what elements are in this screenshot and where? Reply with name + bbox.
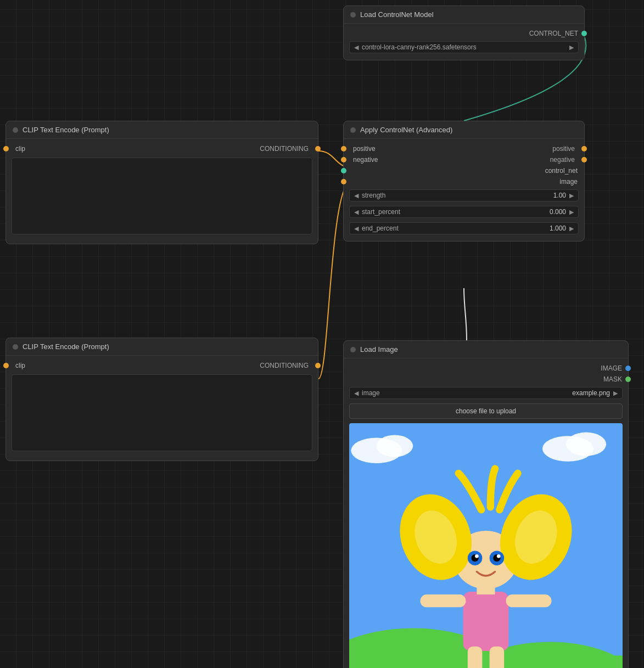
- node-clip-text-encode-top: CLIP Text Encode (Prompt) clip CONDITION…: [5, 121, 318, 244]
- node-load-controlnet-model: Load ControlNet Model CONTROL_NET ◀ cont…: [343, 5, 585, 60]
- node-status-dot: [350, 12, 356, 18]
- model-selector[interactable]: ◀ control-lora-canny-rank256.safetensors…: [349, 41, 579, 53]
- image-selector-label: image: [362, 389, 569, 397]
- model-prev-arrow[interactable]: ◀: [354, 44, 359, 51]
- node-load-image-header: Load Image: [344, 341, 628, 358]
- clip-top-output-dot: [315, 146, 321, 151]
- positive-input-label: positive: [353, 145, 376, 153]
- start-percent-value: 0.000: [550, 208, 566, 216]
- image-next-arrow[interactable]: ▶: [613, 390, 618, 397]
- image-output-label: IMAGE: [601, 364, 622, 372]
- clip-top-textarea[interactable]: [12, 158, 312, 234]
- negative-output-dot: [581, 157, 587, 162]
- image-selector-row: ◀ image example.png ▶: [344, 385, 628, 401]
- node-clip-text-encode-bottom: CLIP Text Encode (Prompt) clip CONDITION…: [5, 338, 318, 461]
- model-selector-row: ◀ control-lora-canny-rank256.safetensors…: [344, 39, 584, 55]
- strength-inc-arrow[interactable]: ▶: [569, 192, 574, 199]
- clip-top-output-label: CONDITIONING: [260, 145, 309, 153]
- clip-top-input-dot: [3, 146, 9, 151]
- control-net-input-row: control_net: [344, 165, 584, 176]
- image-input-row: image: [344, 176, 584, 187]
- clip-top-output: CONDITIONING: [260, 145, 311, 153]
- clip-bottom-input-dot: [3, 363, 9, 368]
- clip-bottom-input: clip: [13, 362, 25, 369]
- node-clip-bottom-title: CLIP Text Encode (Prompt): [23, 343, 109, 351]
- end-percent-dec-arrow[interactable]: ◀: [354, 225, 359, 232]
- svg-rect-9: [463, 592, 509, 651]
- positive-port-row: positive positive: [344, 143, 584, 154]
- svg-point-20: [475, 554, 479, 558]
- image-selector[interactable]: ◀ image example.png ▶: [349, 387, 623, 399]
- node-clip-top-body: clip CONDITIONING: [6, 139, 318, 244]
- strength-dec-arrow[interactable]: ◀: [354, 192, 359, 199]
- start-percent-slider-row: ◀ start_percent 0.000 ▶: [344, 204, 584, 220]
- svg-rect-8: [349, 660, 623, 668]
- clip-top-input-label: clip: [15, 145, 25, 153]
- upload-button[interactable]: choose file to upload: [349, 403, 623, 419]
- positive-input-dot: [341, 146, 346, 151]
- svg-rect-22: [420, 594, 466, 607]
- node-load-image-status-dot: [350, 347, 356, 352]
- node-clip-top-title: CLIP Text Encode (Prompt): [23, 126, 109, 134]
- clip-bottom-textarea[interactable]: [12, 374, 312, 451]
- strength-slider[interactable]: ◀ strength 1.00 ▶: [349, 189, 579, 201]
- negative-input-label: negative: [353, 156, 378, 164]
- negative-output: negative: [550, 156, 578, 164]
- negative-input: negative: [350, 156, 378, 164]
- image-output-row: IMAGE: [344, 363, 628, 374]
- negative-input-dot: [341, 157, 346, 162]
- image-input-dot: [341, 179, 346, 184]
- clip-top-input: clip: [13, 145, 25, 153]
- node-apply-status-dot: [350, 127, 356, 133]
- clip-bottom-port-row: clip CONDITIONING: [6, 360, 318, 371]
- image-output-dot: [625, 366, 631, 371]
- image-preview-area: [349, 423, 623, 668]
- node-clip-bottom-status-dot: [13, 344, 18, 350]
- node-controlnet-header: Load ControlNet Model: [344, 6, 584, 24]
- node-clip-top-header: CLIP Text Encode (Prompt): [6, 121, 318, 139]
- node-apply-controlnet: Apply ControlNet (Advanced) positive pos…: [343, 121, 585, 242]
- strength-slider-row: ◀ strength 1.00 ▶: [344, 187, 584, 204]
- control-net-output-dot: [581, 31, 587, 36]
- node-apply-controlnet-body: positive positive negative negative cont…: [344, 139, 584, 241]
- cartoon-image: [349, 423, 623, 668]
- start-percent-inc-arrow[interactable]: ▶: [569, 209, 574, 216]
- negative-output-label: negative: [550, 156, 575, 164]
- svg-rect-25: [490, 647, 505, 668]
- clip-top-port-row: clip CONDITIONING: [6, 143, 318, 154]
- port-control-net-output: CONTROL_NET: [344, 28, 584, 39]
- clip-top-textarea-row: [6, 154, 318, 239]
- svg-rect-23: [506, 594, 552, 607]
- clip-bottom-output: CONDITIONING: [260, 362, 311, 369]
- clip-bottom-output-label: CONDITIONING: [260, 362, 309, 369]
- node-controlnet-body: CONTROL_NET ◀ control-lora-canny-rank256…: [344, 24, 584, 60]
- image-input-label: image: [559, 178, 578, 186]
- end-percent-inc-arrow[interactable]: ▶: [569, 225, 574, 232]
- svg-point-2: [377, 435, 413, 457]
- start-percent-slider[interactable]: ◀ start_percent 0.000 ▶: [349, 206, 579, 218]
- model-next-arrow[interactable]: ▶: [569, 44, 574, 51]
- start-percent-dec-arrow[interactable]: ◀: [354, 209, 359, 216]
- node-load-image: Load Image IMAGE MASK ◀ image example.pn…: [343, 340, 629, 668]
- control-net-output-label: CONTROL_NET: [529, 30, 578, 37]
- start-percent-label: start_percent: [362, 208, 546, 216]
- node-controlnet-title: Load ControlNet Model: [360, 10, 434, 19]
- node-clip-top-status-dot: [13, 127, 18, 133]
- positive-input: positive: [350, 145, 376, 153]
- node-load-image-body: IMAGE MASK ◀ image example.png ▶ choose …: [344, 358, 628, 668]
- end-percent-slider[interactable]: ◀ end_percent 1.000 ▶: [349, 222, 579, 234]
- mask-output-label: MASK: [603, 375, 622, 383]
- positive-output: positive: [552, 145, 578, 153]
- node-apply-controlnet-title: Apply ControlNet (Advanced): [360, 126, 452, 134]
- negative-port-row: negative negative: [344, 154, 584, 165]
- strength-label: strength: [362, 192, 550, 199]
- strength-value: 1.00: [553, 192, 566, 199]
- node-apply-controlnet-header: Apply ControlNet (Advanced): [344, 121, 584, 139]
- node-load-image-title: Load Image: [360, 345, 398, 353]
- svg-point-21: [497, 554, 501, 558]
- svg-point-4: [566, 433, 606, 456]
- svg-rect-24: [468, 647, 483, 668]
- model-value: control-lora-canny-rank256.safetensors: [362, 43, 566, 51]
- image-prev-arrow[interactable]: ◀: [354, 390, 359, 397]
- clip-bottom-input-label: clip: [15, 362, 25, 369]
